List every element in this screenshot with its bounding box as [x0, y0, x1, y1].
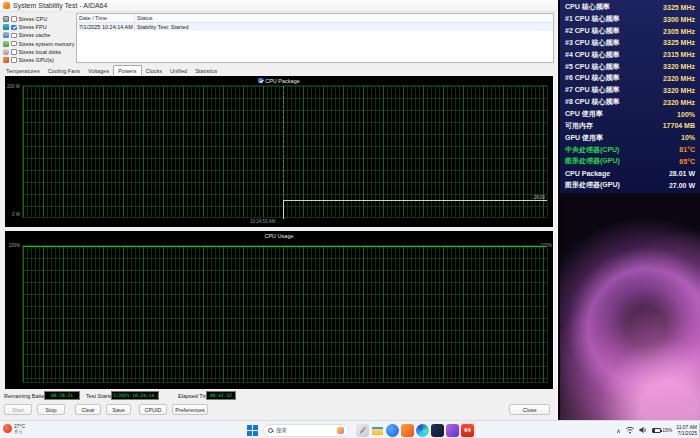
fpu-icon — [3, 24, 9, 30]
sensor-row: #2 CPU 核心频率2305 MHz — [560, 25, 700, 37]
sensor-value: 3300 MHz — [663, 16, 695, 23]
cpu-icon — [3, 16, 9, 22]
stress-fpu-checkbox[interactable] — [11, 25, 17, 31]
sensor-row: #6 CPU 核心频率2320 MHz — [560, 73, 700, 85]
cpu-usage-line — [23, 246, 547, 247]
window-title: System Stability Test - AIDA64 — [13, 2, 107, 9]
sensor-row-gpu-power: 图形处理器(GPU)27.00 W — [560, 179, 700, 191]
stress-memory-checkbox[interactable] — [11, 41, 17, 47]
edge-browser-icon[interactable] — [416, 424, 429, 437]
pen-app-icon[interactable] — [356, 424, 369, 437]
sensor-value: 81°C — [679, 146, 695, 153]
wifi-icon[interactable] — [625, 426, 635, 434]
start-menu-button[interactable] — [247, 425, 258, 436]
gpu-icon — [3, 57, 9, 63]
close-button[interactable]: Close — [509, 404, 550, 415]
store-app-icon[interactable] — [431, 424, 444, 437]
preferences-button[interactable]: Preferences — [172, 404, 208, 415]
save-button[interactable]: Save — [106, 404, 131, 415]
sensor-label: #6 CPU 核心频率 — [565, 73, 619, 83]
sensor-value: 27.00 W — [669, 182, 695, 189]
stress-gpu-checkbox[interactable] — [11, 57, 17, 63]
graph-tabbar: Temperatures Cooling Fans Voltages Power… — [2, 64, 556, 75]
sensor-label: 图形处理器(GPU) — [565, 156, 620, 166]
stress-gpu-label: Stress GPU(s) — [19, 57, 54, 63]
stress-gpu-row[interactable]: Stress GPU(s) — [3, 56, 73, 64]
cpu-package-line — [283, 200, 547, 201]
time-cursor-line — [283, 86, 284, 217]
sensor-value: 3320 MHz — [663, 63, 695, 70]
stress-memory-row[interactable]: Stress system memory — [3, 40, 73, 48]
tab-powers[interactable]: Powers — [113, 65, 141, 75]
sensor-value: 2305 MHz — [663, 28, 695, 35]
log-row[interactable]: 7/1/2025 10:24:14 AM Stability Test: Sta… — [77, 23, 553, 32]
window-titlebar[interactable]: System Stability Test - AIDA64 — [0, 0, 557, 12]
sensor-label: 中央处理器(CPU) — [565, 145, 619, 155]
tab-unified[interactable]: Unified — [166, 66, 191, 75]
stress-cache-row[interactable]: Stress cache — [3, 31, 73, 39]
battery-indicator[interactable]: 15% — [652, 427, 673, 433]
speaker-icon[interactable] — [639, 426, 648, 434]
stress-disks-row[interactable]: Stress local disks — [3, 48, 73, 56]
sensor-label: #8 CPU 核心频率 — [565, 97, 619, 107]
clear-button[interactable]: Clear — [75, 404, 101, 415]
mail-app-icon[interactable] — [386, 424, 399, 437]
stress-cpu-label: Stress CPU — [19, 16, 48, 22]
log-col-status[interactable]: Status — [135, 14, 553, 22]
power-ymax-label: 200 W — [5, 84, 20, 89]
power-graph-legend: CPU Package — [5, 78, 553, 84]
music-app-icon[interactable] — [401, 424, 414, 437]
time-marker-label: 10:24:53 AM — [250, 219, 275, 224]
system-tray: ∧ 15% 11:07 AM 7/1/2025 — [616, 421, 697, 438]
stop-button[interactable]: Stop — [37, 404, 65, 415]
log-row-datetime: 7/1/2025 10:24:14 AM — [77, 23, 135, 32]
battery-icon — [652, 428, 661, 433]
weather-icon — [3, 424, 12, 433]
tab-cooling-fans[interactable]: Cooling Fans — [44, 66, 84, 75]
stress-disks-checkbox[interactable] — [11, 49, 17, 55]
media-app-icon[interactable] — [446, 424, 459, 437]
sensor-row: 可用内存17704 MB — [560, 120, 700, 132]
sensor-value: 10% — [681, 134, 695, 141]
stress-cache-label: Stress cache — [19, 32, 51, 38]
aida64-badge-text: 64 — [464, 427, 471, 433]
disk-icon — [3, 49, 9, 55]
file-explorer-icon[interactable] — [371, 424, 384, 437]
tab-temperatures[interactable]: Temperatures — [2, 66, 44, 75]
sensor-row: #7 CPU 核心频率3320 MHz — [560, 84, 700, 96]
aida64-window-icon — [3, 2, 10, 9]
folder-front — [372, 429, 383, 436]
sensor-row-cpu-temp: 中央处理器(CPU)81°C — [560, 144, 700, 156]
sensor-value: 2320 MHz — [663, 75, 695, 82]
sensor-row: CPU 核心频率3325 MHz — [560, 2, 700, 14]
sensor-label: 图形处理器(GPU) — [565, 180, 620, 190]
cpuid-button[interactable]: CPUID — [139, 404, 167, 415]
stress-fpu-row[interactable]: Stress FPU — [3, 23, 73, 31]
stress-cpu-row[interactable]: Stress CPU — [3, 15, 73, 23]
sensor-row-cpu-power: CPU Package28.01 W — [560, 167, 700, 179]
start-button[interactable]: Start — [4, 404, 32, 415]
stress-cpu-checkbox[interactable] — [11, 16, 17, 22]
weather-widget[interactable]: 27°C 多云 — [3, 423, 25, 435]
tab-clocks[interactable]: Clocks — [142, 66, 167, 75]
remaining-battery-value: 00:29:21 — [44, 391, 80, 400]
taskbar-clock[interactable]: 11:07 AM 7/1/2025 — [676, 424, 697, 436]
hidden-icons-chevron-icon[interactable]: ∧ — [616, 427, 620, 434]
sensor-label: CPU 核心频率 — [565, 2, 610, 12]
search-placeholder: 搜索 — [276, 427, 334, 434]
memory-icon — [3, 41, 9, 47]
cpu-usage-title: CPU Usage — [5, 233, 553, 239]
usage-left-label: 100% — [5, 243, 20, 248]
cpu-package-legend-label: CPU Package — [265, 78, 300, 84]
battery-percent: 15% — [662, 427, 672, 433]
tab-statistics[interactable]: Statistics — [191, 66, 221, 75]
taskbar-search[interactable]: 搜索 — [263, 424, 349, 437]
search-highlight-icon[interactable] — [337, 427, 344, 434]
stress-cache-checkbox[interactable] — [11, 33, 17, 39]
cpu-package-legend-checkbox[interactable] — [258, 78, 263, 83]
wallpaper-bloom — [560, 200, 700, 420]
log-col-datetime[interactable]: Date / Time — [77, 14, 135, 22]
aida64-icon[interactable]: 64 — [461, 424, 474, 437]
tab-voltages[interactable]: Voltages — [84, 66, 113, 75]
stress-options-list: Stress CPU Stress FPU Stress cache Stres… — [3, 15, 73, 64]
